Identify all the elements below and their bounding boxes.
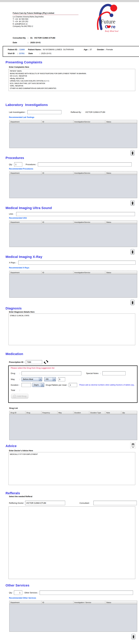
delete-lab-button[interactable] — [130, 150, 134, 156]
referring-doctor-input[interactable] — [25, 501, 65, 505]
visit-id-value: 23781 — [19, 52, 25, 54]
add-drug-button[interactable]: + Add Drug — [11, 394, 28, 399]
drug-input[interactable] — [22, 371, 81, 375]
refresh-prescription-button[interactable] — [44, 360, 48, 364]
col-investigation: Investigation/Service — [74, 120, 105, 124]
medication-section: Medication Prescription ID : Please sele… — [0, 352, 139, 440]
col-department: Department — [10, 271, 42, 274]
procedures-section: Procedures Qty : Procedures : Recommende… — [0, 156, 139, 206]
patient-info-bar: Patient ID : 11660 Patient Name : NI NYO… — [3, 46, 139, 57]
procedures-input-label: Procedures : — [26, 163, 36, 166]
meal-timing-select[interactable]: Before Meal ▼ — [22, 377, 42, 381]
procedures-table-body — [10, 175, 137, 198]
frequency-qty-input[interactable] — [58, 377, 65, 381]
advice-title: Advice — [6, 444, 16, 448]
refresh-icon — [44, 360, 48, 364]
presenting-complaints-section: Presenting Complaints Enter Complaints H… — [0, 60, 139, 91]
col-status: Status — [105, 220, 137, 224]
chevron-down-icon: ▼ — [52, 378, 56, 381]
presenting-complaints-title: Presenting Complaints — [6, 60, 139, 64]
other-services-input[interactable] — [40, 590, 133, 595]
other-services-section: Other Services Qty : Other Services : Re… — [0, 584, 139, 640]
referred-by-label: Reffered By : — [71, 111, 82, 113]
lab-investigation-label: Lab Investingation : — [9, 111, 26, 113]
company-phone-1: T: +24 82 593 593 — [13, 18, 78, 20]
prescription-id-input[interactable] — [26, 360, 42, 364]
delete-uss-button[interactable] — [130, 249, 134, 254]
consultant-input[interactable] — [94, 501, 137, 505]
col-frequency: Fequency — [42, 411, 58, 414]
drug-list-table: Drug ID Drug Fequency Way Duration Durat… — [9, 411, 137, 440]
laboratory-title: Laboratory Investigations — [6, 103, 139, 107]
gender-label: Gender : — [97, 48, 105, 51]
per-meal-label: Drugs/Tablets per meal : — [46, 384, 68, 386]
advice-textarea[interactable]: MEDICALLY FIT FOR EMPLOYMENT — [8, 452, 135, 485]
col-id: ID — [42, 271, 74, 274]
svg-text:Future: Future — [100, 18, 116, 25]
frequency-select[interactable]: OD ▼ — [44, 377, 56, 381]
xray-table-body — [10, 274, 137, 298]
procedures-table-header: Department ID Investigation/Service Stat… — [10, 172, 137, 175]
duration-unit-select[interactable]: Day/s ▼ — [32, 383, 44, 387]
col-duration-type: Duration Type — [89, 411, 105, 414]
lab-investigation-input[interactable] — [27, 110, 62, 114]
company-name: Future Care by Future Holdings (Pty) Lim… — [13, 12, 78, 15]
diagnosis-textarea[interactable]: STABLE CLINICAL STATE — [8, 314, 135, 345]
xray-section: Medical Imaging X-Ray X-Rays : Recommend… — [0, 255, 139, 306]
fraction-note: Please add as decimal numbers when addin… — [79, 384, 137, 386]
xrays-input[interactable] — [18, 260, 136, 264]
age-value: 37 — [90, 48, 92, 51]
col-status: Status — [105, 601, 137, 604]
lab-table-header: Department ID Investigation/Service Stat… — [10, 120, 137, 124]
delete-drug-button[interactable] — [130, 442, 136, 449]
consulted-by-label: Consulted By — [13, 37, 28, 39]
recommended-uss-label: Recommended USS — [9, 217, 139, 219]
way-label: Way — [11, 378, 20, 380]
diagnosis-section: Diagnosis Enter Diagnosis Details Here S… — [0, 306, 139, 345]
uss-table-body — [10, 224, 137, 247]
referrals-section: Refferals Select the needed Refferal Ref… — [0, 491, 139, 579]
future-care-logo: Future C re Body Mind Soul — [92, 2, 123, 34]
col-drug: Drug — [26, 411, 42, 414]
consultation-form-page: Future Care by Future Holdings (Pty) Lim… — [0, 0, 139, 644]
drug-entry-panel: Please select the Drug from Drug suggess… — [8, 366, 138, 403]
delete-other-service-button[interactable] — [132, 634, 136, 639]
col-investigation: Investigation/Service — [74, 271, 105, 274]
complaints-textarea[interactable]: PATIENT SEEN. BEING REVIEWED WITH RESULT… — [8, 69, 135, 91]
diagnosis-title: Diagnosis — [6, 306, 139, 310]
chevron-down-icon: ▼ — [39, 378, 42, 381]
company-address: Le Chainter,Victoria,Mahe,Seychelles — [13, 16, 78, 18]
procedures-qty-label: Qty : — [9, 163, 13, 166]
duration-input[interactable] — [22, 383, 31, 387]
consulted-by-value: Dr. VICTOR OJIMA ETUBI — [30, 37, 55, 39]
other-services-table: Department ID Investigation / Service St… — [9, 601, 137, 632]
total-label: Total — [11, 389, 20, 391]
col-id: ID — [42, 220, 74, 224]
procedures-qty-input[interactable] — [14, 162, 22, 166]
drug-list-header: Drug ID Drug Fequency Way Duration Durat… — [10, 411, 137, 414]
ultrasound-title: Medical Imaging Ultra Sound — [6, 206, 139, 210]
visit-date-value: 2025-10-01 — [41, 52, 52, 54]
delete-xray-button[interactable] — [130, 300, 134, 305]
patient-name-value: NI NYOMAN LUWES SUTARIANI — [43, 48, 74, 51]
delete-procedure-button[interactable] — [130, 200, 134, 206]
col-duration: Duration — [74, 411, 90, 414]
visit-id-label: Visit ID : — [8, 52, 18, 54]
col-id: ID — [42, 172, 74, 175]
xray-table-header: Department ID Investigation/Service Stat… — [10, 271, 137, 274]
procedures-input[interactable] — [38, 162, 132, 166]
age-label: Age : — [84, 48, 89, 51]
plus-circle-icon: + — [13, 395, 16, 398]
special-notes-input[interactable] — [102, 371, 126, 375]
other-qty-input[interactable] — [14, 590, 22, 595]
trash-outline-icon — [131, 443, 135, 448]
col-status: Status — [105, 120, 137, 124]
patient-id-value: 11660 — [19, 48, 25, 51]
per-meal-input[interactable] — [69, 383, 77, 387]
referrals-sublabel: Select the needed Refferal — [9, 496, 139, 498]
duration-label: Duration : — [11, 384, 22, 386]
special-notes-label: Special Notes — [86, 372, 98, 374]
uss-input[interactable] — [16, 212, 135, 216]
company-number: Company No.8417652-2 — [13, 25, 78, 28]
trash-icon — [132, 301, 134, 304]
